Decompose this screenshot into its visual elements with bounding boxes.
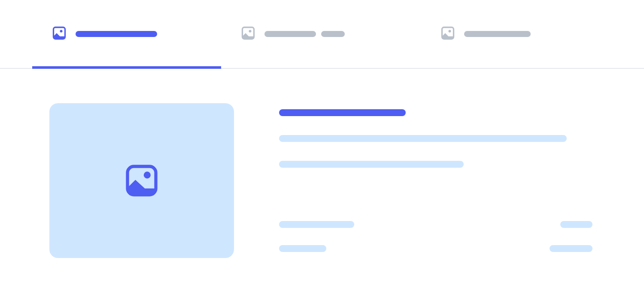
description-line-2	[279, 161, 464, 168]
skeleton-text	[76, 31, 157, 37]
meta-value	[560, 221, 592, 228]
svg-point-5	[449, 30, 451, 33]
tab-1[interactable]	[32, 0, 221, 68]
tab-1-label	[76, 31, 157, 37]
details-section	[279, 103, 592, 258]
description-line-1	[279, 135, 567, 142]
tab-3[interactable]	[421, 0, 601, 68]
image-icon	[440, 25, 456, 43]
svg-point-1	[60, 30, 63, 33]
svg-point-7	[144, 172, 151, 178]
meta-label	[279, 245, 326, 252]
meta-row	[279, 221, 592, 228]
meta-row	[279, 245, 592, 252]
skeleton-badge	[321, 31, 345, 37]
svg-point-3	[249, 30, 252, 33]
skeleton-text	[264, 31, 316, 37]
tab-2[interactable]	[221, 0, 421, 68]
tab-2-label	[264, 31, 345, 37]
image-icon	[52, 25, 67, 43]
image-placeholder	[49, 103, 234, 258]
skeleton-text	[464, 31, 531, 37]
meta-value	[550, 245, 592, 252]
tab-3-label	[464, 31, 531, 37]
meta-label	[279, 221, 354, 228]
image-icon	[240, 25, 256, 43]
title-placeholder	[279, 109, 406, 116]
content-panel	[0, 69, 644, 258]
meta-list	[279, 221, 592, 252]
tab-bar	[0, 0, 644, 69]
